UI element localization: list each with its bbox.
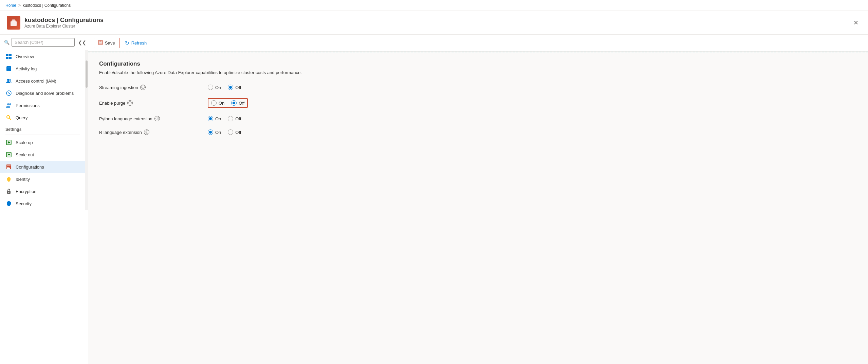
- streaming-on-circle[interactable]: [208, 85, 213, 90]
- breadcrumb-separator: >: [18, 3, 21, 8]
- search-input[interactable]: [12, 38, 75, 47]
- query-icon: [5, 114, 12, 121]
- sidebar-item-query[interactable]: Query: [0, 111, 85, 124]
- configurations-icon: [5, 163, 12, 170]
- search-box: 🔍 ❮❮: [0, 35, 88, 50]
- streaming-off-circle[interactable]: [228, 85, 233, 90]
- purge-on-option[interactable]: On: [211, 100, 224, 106]
- svg-rect-26: [7, 166, 11, 166]
- settings-section-header: Settings: [0, 124, 85, 133]
- svg-rect-28: [7, 168, 10, 169]
- sidebar-label-scale-out: Scale out: [16, 152, 34, 157]
- settings-divider: [5, 135, 80, 135]
- purge-info-icon[interactable]: ⓘ: [127, 100, 133, 106]
- sidebar-label-identity: Identity: [16, 177, 30, 182]
- svg-point-16: [7, 116, 10, 118]
- sidebar-scrollbar[interactable]: [85, 50, 88, 210]
- config-label-purge: Enable purge ⓘ: [99, 100, 208, 106]
- scale-out-icon: [5, 151, 12, 158]
- breadcrumb-current: kustodocs | Configurations: [23, 3, 71, 8]
- resource-header: kustodocs | Configurations Azure Data Ex…: [0, 11, 868, 35]
- resource-type: Azure Data Explorer Cluster: [24, 24, 104, 29]
- streaming-off-option[interactable]: Off: [228, 85, 241, 90]
- r-on-option[interactable]: On: [208, 129, 221, 135]
- python-info-icon[interactable]: ⓘ: [154, 116, 160, 121]
- sidebar-label-activity-log: Activity log: [16, 66, 37, 71]
- sidebar-label-permissions: Permissions: [16, 103, 40, 108]
- purge-on-circle[interactable]: [211, 100, 217, 106]
- svg-rect-33: [99, 42, 102, 44]
- purge-on-label: On: [219, 101, 224, 106]
- purge-off-option[interactable]: Off: [231, 100, 244, 106]
- identity-icon: [5, 176, 12, 183]
- streaming-on-option[interactable]: On: [208, 85, 221, 90]
- sidebar: 🔍 ❮❮ Overview: [0, 35, 88, 364]
- nav-list: Overview Activity log Access control (IA…: [0, 50, 85, 210]
- streaming-radio-group: On Off: [208, 85, 241, 90]
- r-off-option[interactable]: Off: [228, 129, 241, 135]
- close-button[interactable]: ✕: [851, 18, 861, 28]
- sidebar-label-query: Query: [16, 115, 27, 120]
- python-off-circle[interactable]: [228, 116, 233, 121]
- python-on-option[interactable]: On: [208, 116, 221, 121]
- sidebar-scrollbar-thumb[interactable]: [86, 60, 88, 88]
- purge-off-circle[interactable]: [231, 100, 237, 106]
- resource-name: kustodocs | Configurations: [24, 17, 104, 24]
- purge-label-text: Enable purge: [99, 101, 125, 106]
- breadcrumb-home[interactable]: Home: [5, 3, 16, 8]
- sidebar-item-scale-out[interactable]: Scale out: [0, 149, 85, 161]
- sidebar-item-diagnose[interactable]: Diagnose and solve problems: [0, 87, 85, 99]
- search-icon: 🔍: [4, 40, 10, 45]
- save-icon: [98, 40, 103, 46]
- r-off-circle[interactable]: [228, 129, 233, 135]
- svg-point-11: [7, 79, 9, 81]
- svg-point-14: [7, 103, 9, 105]
- r-radio-group: On Off: [208, 129, 241, 135]
- sidebar-item-overview[interactable]: Overview: [0, 50, 85, 63]
- save-button[interactable]: Save: [94, 38, 119, 48]
- r-on-circle[interactable]: [208, 129, 213, 135]
- sidebar-item-encryption[interactable]: Encryption: [0, 185, 85, 197]
- svg-point-30: [8, 192, 10, 193]
- streaming-info-icon[interactable]: ⓘ: [140, 85, 146, 90]
- sidebar-item-scale-up[interactable]: Scale up: [0, 136, 85, 149]
- refresh-button[interactable]: ↻ Refresh: [121, 38, 151, 48]
- sidebar-label-configurations: Configurations: [16, 164, 44, 170]
- r-label-text: R language extension: [99, 130, 142, 135]
- encryption-icon: [5, 188, 12, 195]
- collapse-button[interactable]: ❮❮: [77, 39, 88, 46]
- python-on-label: On: [215, 116, 221, 121]
- resource-titles: kustodocs | Configurations Azure Data Ex…: [24, 17, 104, 29]
- overview-icon: [5, 53, 12, 60]
- sidebar-item-iam[interactable]: Access control (IAM): [0, 75, 85, 87]
- sidebar-label-security: Security: [16, 201, 32, 206]
- sidebar-item-identity[interactable]: Identity: [0, 173, 85, 185]
- python-on-circle[interactable]: [208, 116, 213, 121]
- content-area: Save ↻ Refresh Configurations Enable/dis…: [88, 35, 868, 364]
- config-row-streaming: Streaming ingestion ⓘ On Off: [99, 85, 857, 90]
- page-title: Configurations: [99, 60, 857, 67]
- python-label-text: Python language extension: [99, 116, 152, 121]
- config-label-python: Python language extension ⓘ: [99, 116, 208, 121]
- config-table: Streaming ingestion ⓘ On Off: [99, 85, 857, 135]
- security-icon: [5, 200, 12, 207]
- python-off-option[interactable]: Off: [228, 116, 241, 121]
- config-label-r: R language extension ⓘ: [99, 129, 208, 135]
- refresh-icon: ↻: [125, 40, 129, 46]
- sidebar-label-diagnose: Diagnose and solve problems: [16, 91, 74, 96]
- config-row-r: R language extension ⓘ On Off: [99, 129, 857, 135]
- sidebar-item-permissions[interactable]: Permissions: [0, 99, 85, 111]
- streaming-label-text: Streaming ingestion: [99, 85, 138, 90]
- sidebar-label-encryption: Encryption: [16, 189, 36, 194]
- config-row-purge: Enable purge ⓘ On Off: [99, 98, 857, 108]
- svg-rect-2: [12, 19, 15, 21]
- refresh-label: Refresh: [131, 40, 147, 46]
- python-off-label: Off: [235, 116, 241, 121]
- sidebar-item-configurations[interactable]: Configurations: [0, 161, 85, 173]
- r-info-icon[interactable]: ⓘ: [144, 129, 149, 135]
- svg-rect-0: [11, 21, 17, 26]
- sidebar-item-security[interactable]: Security: [0, 197, 85, 210]
- sidebar-item-activity-log[interactable]: Activity log: [0, 63, 85, 75]
- sidebar-label-overview: Overview: [16, 54, 34, 59]
- svg-rect-6: [9, 57, 12, 59]
